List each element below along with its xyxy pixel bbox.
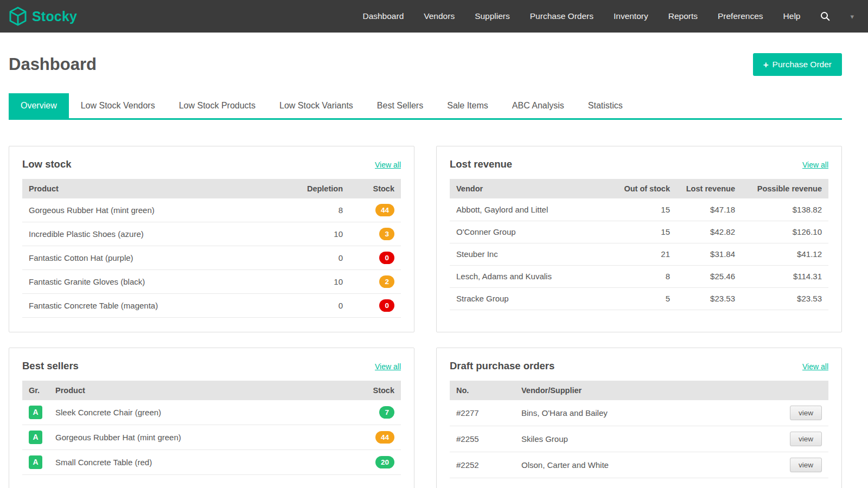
vendor-name: Olson, Carter and White xyxy=(515,452,780,478)
vendor-name: Lesch, Adams and Kuvalis xyxy=(450,265,611,287)
product-name: Sleek Concrete Chair (green) xyxy=(49,400,349,425)
out-of-stock-value: 21 xyxy=(611,243,676,265)
vendor-name: Bins, O'Hara and Bailey xyxy=(515,400,780,426)
draft-purchase-orders-card: Draft purchase orders View all No. Vendo… xyxy=(436,348,842,488)
tab-abc-analysis[interactable]: ABC Analysis xyxy=(500,93,576,118)
vendor-name: O'Conner Group xyxy=(450,221,611,243)
vendor-name: Steuber Inc xyxy=(450,243,611,265)
vendor-name: Stracke Group xyxy=(450,287,611,310)
table-row: A Small Concrete Table (red) 20 xyxy=(22,450,401,475)
column-header: Vendor/Supplier xyxy=(515,381,780,400)
view-all-link[interactable]: View all xyxy=(375,160,401,169)
grade-badge: A xyxy=(29,431,42,444)
po-number: #2255 xyxy=(450,426,515,452)
depletion-value: 0 xyxy=(284,246,349,270)
nav-item-suppliers[interactable]: Suppliers xyxy=(475,11,510,21)
out-of-stock-value: 15 xyxy=(611,198,676,221)
depletion-value: 0 xyxy=(284,294,349,318)
column-header xyxy=(780,381,828,400)
nav-item-purchase-orders[interactable]: Purchase Orders xyxy=(530,11,593,21)
card-title: Low stock xyxy=(22,158,71,170)
tab-low-stock-variants[interactable]: Low Stock Variants xyxy=(267,93,365,118)
vendor-name: Skiles Group xyxy=(515,426,780,452)
table-row: Steuber Inc 21 $31.84 $41.12 xyxy=(450,243,828,265)
nav-item-vendors[interactable]: Vendors xyxy=(424,11,455,21)
nav-item-inventory[interactable]: Inventory xyxy=(614,11,648,21)
top-navbar: Stocky Dashboard Vendors Suppliers Purch… xyxy=(0,0,868,33)
column-header: Stock xyxy=(349,381,401,400)
depletion-value: 8 xyxy=(284,198,349,222)
tab-low-stock-products[interactable]: Low Stock Products xyxy=(167,93,267,118)
possible-revenue-value: $138.82 xyxy=(742,198,828,221)
table-row: #2255 Skiles Group view xyxy=(450,426,828,452)
lost-revenue-value: $47.18 xyxy=(676,198,742,221)
product-name: Small Concrete Table (red) xyxy=(49,450,349,475)
possible-revenue-value: $41.12 xyxy=(742,243,828,265)
brand-logo[interactable]: Stocky xyxy=(9,7,77,26)
lost-revenue-value: $42.82 xyxy=(676,221,742,243)
brand-name: Stocky xyxy=(32,9,77,24)
column-header: Vendor xyxy=(450,179,611,198)
table-row: Gorgeous Rubber Hat (mint green) 8 44 xyxy=(22,198,401,222)
new-purchase-order-label: Purchase Order xyxy=(773,60,832,69)
view-button[interactable]: view xyxy=(790,432,822,446)
stock-badge: 2 xyxy=(379,275,394,288)
grade-badge: A xyxy=(29,455,42,469)
tab-overview[interactable]: Overview xyxy=(9,93,69,118)
product-name: Fantastic Concrete Table (magenta) xyxy=(22,294,284,318)
stock-badge: 0 xyxy=(379,299,394,312)
table-row: Fantastic Concrete Table (magenta) 0 0 xyxy=(22,294,401,318)
vendor-name: Abbott, Gaylord and Littel xyxy=(450,198,611,221)
view-button[interactable]: view xyxy=(790,406,822,420)
product-name: Incredible Plastic Shoes (azure) xyxy=(22,222,284,246)
tab-best-sellers[interactable]: Best Sellers xyxy=(365,93,435,118)
out-of-stock-value: 5 xyxy=(611,287,676,310)
view-all-link[interactable]: View all xyxy=(802,160,828,169)
tab-statistics[interactable]: Statistics xyxy=(576,93,635,118)
stock-badge: 0 xyxy=(379,252,394,264)
main-content: Dashboard + Purchase Order Overview Low … xyxy=(0,53,868,488)
table-row: O'Conner Group 15 $42.82 $126.10 xyxy=(450,221,828,243)
lost-revenue-table: Vendor Out of stock Lost revenue Possibl… xyxy=(450,179,828,310)
nav-item-dashboard[interactable]: Dashboard xyxy=(362,11,404,21)
table-row: Abbott, Gaylord and Littel 15 $47.18 $13… xyxy=(450,198,828,221)
lost-revenue-value: $25.46 xyxy=(676,265,742,287)
tab-sale-items[interactable]: Sale Items xyxy=(435,93,500,118)
product-name: Fantastic Cotton Hat (purple) xyxy=(22,246,284,270)
po-number: #2277 xyxy=(450,400,515,426)
draft-purchase-orders-table: No. Vendor/Supplier #2277 Bins, O'Hara a… xyxy=(450,381,828,478)
nav-item-reports[interactable]: Reports xyxy=(668,11,698,21)
card-title: Lost revenue xyxy=(450,158,512,170)
view-button[interactable]: view xyxy=(790,458,822,472)
stock-badge: 44 xyxy=(375,431,394,444)
column-header: Out of stock xyxy=(611,179,676,198)
column-header: Gr. xyxy=(22,381,49,400)
column-header: Lost revenue xyxy=(676,179,742,198)
product-name: Gorgeous Rubber Hat (mint green) xyxy=(22,198,284,222)
page-title: Dashboard xyxy=(9,55,97,74)
chevron-down-icon[interactable]: ▾ xyxy=(850,12,854,21)
table-row: Fantastic Granite Gloves (black) 10 2 xyxy=(22,270,401,294)
lost-revenue-card: Lost revenue View all Vendor Out of stoc… xyxy=(436,146,842,332)
card-title: Best sellers xyxy=(22,360,79,372)
search-icon[interactable] xyxy=(820,11,830,21)
dashboard-tabs: Overview Low Stock Vendors Low Stock Pro… xyxy=(9,93,842,120)
lost-revenue-value: $23.53 xyxy=(676,287,742,310)
tab-low-stock-vendors[interactable]: Low Stock Vendors xyxy=(69,93,167,118)
stock-badge: 20 xyxy=(375,456,394,468)
depletion-value: 10 xyxy=(284,270,349,294)
plus-icon: + xyxy=(763,60,769,69)
nav-item-preferences[interactable]: Preferences xyxy=(718,11,763,21)
product-name: Fantastic Granite Gloves (black) xyxy=(22,270,284,294)
table-row: #2277 Bins, O'Hara and Bailey view xyxy=(450,400,828,426)
view-all-link[interactable]: View all xyxy=(375,362,401,371)
column-header: Product xyxy=(49,381,349,400)
table-row: A Gorgeous Rubber Hat (mint green) 44 xyxy=(22,425,401,450)
view-all-link[interactable]: View all xyxy=(802,362,828,371)
grade-badge: A xyxy=(29,406,42,419)
out-of-stock-value: 15 xyxy=(611,221,676,243)
best-sellers-table: Gr. Product Stock A Sleek Concrete Chair… xyxy=(22,381,401,475)
out-of-stock-value: 8 xyxy=(611,265,676,287)
new-purchase-order-button[interactable]: + Purchase Order xyxy=(753,53,842,76)
nav-item-help[interactable]: Help xyxy=(783,11,801,21)
